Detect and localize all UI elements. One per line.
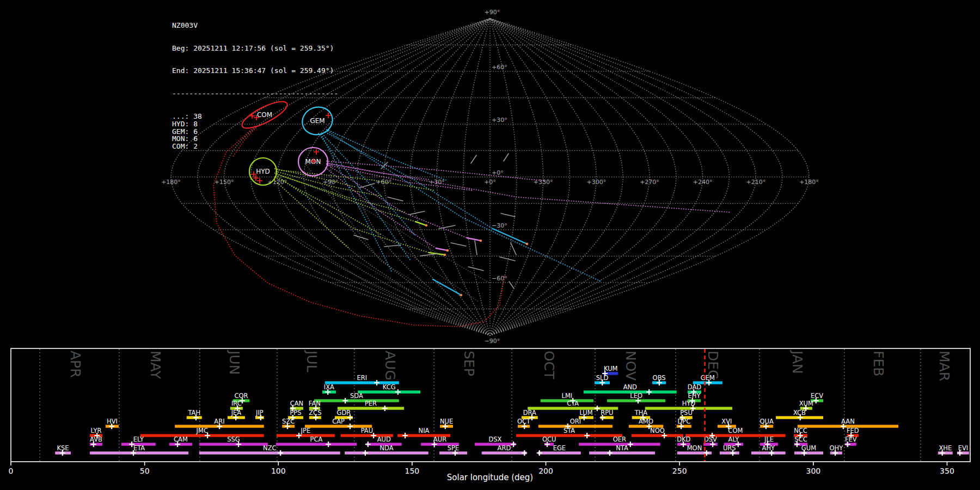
shower-peak-PER — [382, 406, 388, 411]
shower-bar-JPE — [277, 434, 335, 437]
shower-peak-NTA — [607, 450, 612, 456]
shower-label-JIP: JIP — [255, 409, 264, 416]
shower-label-AND: AND — [623, 383, 637, 391]
shower-bar-SDA — [314, 399, 399, 402]
shower-label-IXA: IXA — [324, 383, 334, 391]
shower-label-IRC: IRC — [231, 400, 242, 407]
month-label-DEC: DEC — [706, 351, 720, 379]
shower-label-KUM: KUM — [604, 365, 618, 372]
shower-label-QUA: QUA — [759, 418, 773, 425]
shower-label-SDA: SDA — [350, 392, 363, 400]
shower-label-FEV: FEV — [845, 436, 857, 443]
shower-label-AMO: AMO — [639, 418, 653, 425]
shower-bar-CAM — [169, 443, 192, 445]
shower-label-NIA: NIA — [419, 427, 430, 434]
x-axis-title: Solar longitude (deg) — [0, 473, 980, 482]
shower-label-DAD: DAD — [688, 383, 702, 391]
shower-label-ETA: ETA — [133, 444, 145, 452]
shower-label-EHY: EHY — [688, 392, 701, 400]
row-plum: KSEETANZCNDASPEARDEGENTAMONURSAHYGUMOHYX… — [55, 444, 969, 456]
shower-label-GUM: GUM — [801, 444, 816, 452]
shower-peak-NIA — [402, 433, 408, 438]
shower-label-URS: URS — [723, 444, 736, 452]
shower-label-ARD: ARD — [498, 444, 511, 452]
month-label-MAY: MAY — [149, 351, 162, 379]
shower-label-LYR: LYR — [91, 427, 102, 434]
shower-bar-EGE — [538, 451, 581, 454]
shower-label-XCB: XCB — [793, 409, 806, 416]
shower-peak-DSX — [511, 442, 516, 447]
shower-label-ELY: ELY — [133, 436, 144, 443]
shower-peak-ERI — [374, 380, 379, 385]
shower-peak-CTA — [595, 406, 600, 411]
shower-label-PPS: PPS — [290, 409, 301, 416]
shower-label-JPE: JPE — [301, 427, 311, 434]
shower-label-CAP: CAP — [332, 418, 345, 425]
activity-timeline: KUMERISLDOBSGEMIXAKCGANDDADCORSDALMILEOE… — [0, 0, 980, 490]
shower-label-CAN: CAN — [290, 400, 304, 407]
shower-label-THA: THA — [634, 409, 648, 416]
month-label-JUN: JUN — [228, 351, 241, 375]
month-label-APR: APR — [69, 351, 82, 378]
shower-bar-URS — [720, 451, 739, 454]
shower-peak-OER — [628, 442, 633, 447]
shower-label-ERI: ERI — [357, 374, 367, 382]
shower-bar-NDA — [345, 451, 428, 454]
shower-label-DSX: DSX — [488, 436, 501, 443]
shower-label-SZC: SZC — [282, 418, 295, 425]
shower-label-JMC: JMC — [196, 427, 208, 434]
shower-label-DPC: DPC — [677, 418, 690, 425]
shower-peak-CAP — [347, 424, 353, 429]
shower-bar-JMC — [140, 434, 264, 437]
meteor-radiant-screenshot: +180°+150°+120°+90°+60°+30°+0°+330°+300°… — [0, 0, 980, 490]
shower-label-KCG: KCG — [383, 383, 396, 391]
shower-label-LMI: LMI — [562, 392, 573, 400]
row-magenta: AVBELYCAMSSGPCAAUDAURDSXOCUOERDKDDSVALYJ… — [90, 436, 857, 447]
shower-label-ORI: ORI — [570, 418, 581, 425]
shower-peak-AUD — [365, 442, 371, 447]
shower-label-AUD: AUD — [377, 436, 391, 443]
row-orange: HVIARISZCCAPNUEOCTORIAMODPCXVIQUAAAN — [106, 418, 898, 429]
shower-bar-STA — [516, 434, 622, 437]
shower-peak-ARD — [522, 450, 527, 456]
shower-label-FED: FED — [847, 427, 859, 434]
shower-label-AUR: AUR — [433, 436, 446, 443]
shower-label-XHE: XHE — [939, 444, 952, 452]
shower-label-MON: MON — [687, 444, 702, 452]
shower-peak-NZC — [278, 450, 283, 456]
shower-bar-SSG — [199, 443, 268, 445]
shower-bar-NOO — [632, 434, 683, 437]
shower-peak-AND — [646, 389, 652, 395]
shower-label-SPE: SPE — [448, 444, 460, 452]
shower-label-PCA: PCA — [310, 436, 323, 443]
shower-peak-STA — [584, 433, 590, 438]
shower-peak-PCA — [326, 442, 331, 447]
shower-label-LEO: LEO — [630, 392, 642, 400]
row-red: LYRJMCJPEPAUNIASTANOOCOMNCCFED — [90, 427, 859, 438]
shower-label-PER: PER — [365, 400, 377, 407]
shower-bar-AHY — [751, 451, 786, 454]
month-label-FEB: FEB — [872, 351, 885, 376]
shower-label-OCU: OCU — [542, 436, 556, 443]
shower-label-NDA: NDA — [379, 444, 393, 452]
month-label-OCT: OCT — [542, 351, 556, 379]
shower-label-COR: COR — [234, 392, 248, 400]
shower-label-GDR: GDR — [337, 409, 351, 416]
shower-label-NTA: NTA — [616, 444, 628, 452]
shower-bar-ETA — [90, 451, 188, 454]
month-label-JUL: JUL — [305, 351, 318, 372]
shower-label-ECV: ECV — [811, 392, 823, 400]
shower-label-ZCS: ZCS — [309, 409, 321, 416]
month-label-SEP: SEP — [462, 351, 476, 376]
shower-bar-GUM — [794, 451, 823, 454]
shower-label-JLE: JLE — [764, 436, 774, 443]
shower-bar-ORI — [538, 425, 612, 427]
shower-label-OHY: OHY — [829, 444, 843, 452]
shower-bar-PCA — [276, 443, 357, 445]
shower-peak-SDA — [342, 398, 348, 403]
month-label-MAR: MAR — [938, 351, 951, 381]
shower-bar-ARD — [482, 451, 527, 454]
shower-label-STA: STA — [564, 427, 575, 434]
shower-label-AVB: AVB — [90, 436, 102, 443]
shower-label-LUM: LUM — [579, 409, 592, 416]
